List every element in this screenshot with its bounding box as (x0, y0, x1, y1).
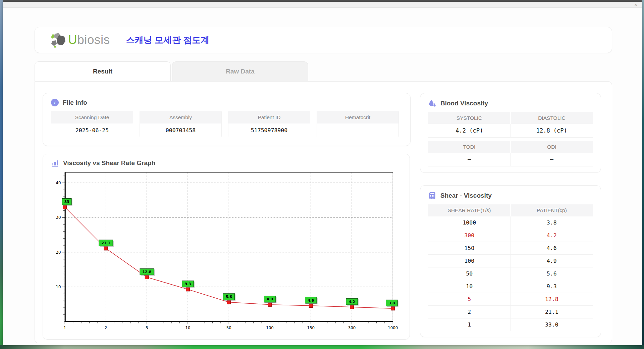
section-title: Viscosity vs Shear Rate Graph (63, 159, 155, 167)
svg-text:20: 20 (56, 250, 61, 255)
right-column: Blood Viscosity SYSTOLIC DIASTOLIC 4.2 (… (420, 93, 601, 343)
bar-chart-icon (51, 159, 59, 167)
field-label: Scanning Date (51, 111, 133, 123)
svg-text:33: 33 (64, 200, 69, 204)
shear-rate-cell: 150 (428, 242, 511, 254)
svg-text:12.8: 12.8 (142, 270, 151, 274)
blood-viscosity-title-row: Blood Viscosity (428, 99, 593, 107)
field-value (317, 123, 398, 137)
table-row: 4.2 (cP) 12.8 (cP) (428, 124, 593, 138)
shear-viscosity-table: SHEAR RATE(1/s) PATIENT(cp) 10003.83004.… (428, 204, 593, 331)
patient-cell: 4.6 (511, 242, 593, 254)
svg-text:9.3: 9.3 (184, 282, 191, 286)
section-title: File Info (63, 99, 87, 106)
window-content: Ubiosis 스캐닝 모세관 점도계 Result Raw Data i Fi… (3, 27, 642, 349)
field-label: Hematocrit (317, 111, 398, 123)
calculator-icon (428, 192, 436, 200)
table-row: 133.0 (428, 318, 593, 331)
patient-cell: 5.6 (511, 267, 593, 280)
page-title: 스캐닝 모세관 점도계 (126, 34, 209, 46)
file-info-title-row: i File Info (51, 99, 410, 106)
svg-text:1: 1 (64, 326, 66, 330)
tab-raw-data[interactable]: Raw Data (172, 61, 308, 81)
droplets-icon (428, 99, 436, 107)
shear-rate-cell: 10 (428, 280, 511, 293)
field-value: 51750978900 (228, 123, 310, 137)
svg-text:100: 100 (266, 326, 274, 330)
shear-table-body: 10003.83004.21504.61004.9505.6109.3512.8… (428, 216, 593, 331)
patient-cell: 33.0 (511, 318, 593, 331)
graph-card: Viscosity vs Shear Rate Graph 1020304012… (43, 154, 410, 340)
table-row: 10003.8 (428, 216, 593, 229)
table-header-row: SHEAR RATE(1/s) PATIENT(cp) (428, 204, 593, 216)
tab-result[interactable]: Result (35, 61, 171, 81)
result-panel: i File Info Scanning Date 2025-06-25 Ass… (35, 81, 612, 343)
svg-text:50: 50 (226, 326, 231, 330)
field-label: Assembly (140, 111, 221, 123)
column-header: SHEAR RATE(1/s) (428, 204, 511, 216)
shear-rate-cell: 1 (428, 318, 511, 331)
table-row: 1004.9 (428, 255, 593, 267)
table-row: 3004.2 (428, 229, 593, 242)
header-card: Ubiosis 스캐닝 모세관 점도계 (35, 27, 612, 53)
blood-viscosity-card: Blood Viscosity SYSTOLIC DIASTOLIC 4.2 (… (420, 93, 601, 173)
tab-bar: Result Raw Data (35, 61, 642, 81)
column-header: TODI (428, 141, 511, 153)
desktop-background: × Ubiosis 스캐닝 모세관 점도계 (0, 0, 644, 349)
shear-viscosity-title-row: Shear - Viscosity (428, 192, 593, 200)
svg-text:30: 30 (56, 215, 61, 220)
systolic-value: 4.2 (cP) (428, 124, 511, 138)
logo-text: Ubiosis (68, 33, 110, 47)
svg-text:300: 300 (348, 326, 356, 330)
patient-cell: 21.1 (511, 306, 593, 318)
svg-text:1000: 1000 (388, 326, 398, 330)
field-value: 000703458 (140, 123, 221, 137)
app-window: × Ubiosis 스캐닝 모세관 점도계 (3, 2, 642, 345)
close-icon[interactable]: × (634, 2, 637, 7)
shear-rate-cell: 300 (428, 229, 511, 242)
column-header: ODI (511, 141, 593, 153)
ubiosis-logo: Ubiosis (50, 32, 110, 48)
table-row: 1504.6 (428, 242, 593, 255)
svg-text:4.9: 4.9 (267, 297, 273, 301)
field-scanning-date: Scanning Date 2025-06-25 (51, 111, 133, 137)
patient-cell: 9.3 (511, 280, 593, 293)
table-row: 505.6 (428, 267, 593, 280)
svg-text:4.6: 4.6 (308, 298, 314, 303)
svg-text:4.2: 4.2 (348, 300, 355, 304)
table-header-row: TODI ODI (428, 141, 593, 153)
column-header: SYSTOLIC (428, 112, 511, 124)
shear-rate-cell: 100 (428, 255, 511, 267)
blood-viscosity-table: SYSTOLIC DIASTOLIC 4.2 (cP) 12.8 (cP) TO… (428, 112, 593, 166)
chart-axes: 1020304012510501001503001000 (56, 172, 398, 330)
field-value: 2025-06-25 (51, 123, 133, 137)
svg-text:5.6: 5.6 (226, 295, 232, 299)
table-row: – – (428, 153, 593, 166)
patient-cell: 4.2 (511, 229, 593, 242)
viscosity-chart: 10203040125105010015030010003321.112.89.… (46, 168, 402, 332)
wallpaper-right-edge (642, 0, 644, 349)
svg-text:3.8: 3.8 (388, 301, 395, 305)
file-info-fields: Scanning Date 2025-06-25 Assembly 000703… (51, 111, 410, 137)
patient-cell: 12.8 (511, 293, 593, 305)
svg-text:21.1: 21.1 (101, 241, 110, 245)
chart-point-labels: 3321.112.89.35.64.94.64.23.8 (62, 199, 398, 307)
graph-title-row: Viscosity vs Shear Rate Graph (46, 159, 407, 167)
field-label: Patient ID (228, 111, 310, 123)
odi-value: – (511, 153, 593, 166)
shear-rate-cell: 5 (428, 293, 511, 305)
svg-text:2: 2 (105, 326, 107, 330)
logo-mark-icon (50, 32, 66, 48)
left-column: i File Info Scanning Date 2025-06-25 Ass… (43, 93, 411, 343)
table-row: 109.3 (428, 280, 593, 293)
column-header: PATIENT(cp) (511, 204, 593, 216)
field-assembly: Assembly 000703458 (140, 111, 222, 137)
divider (428, 138, 593, 141)
shear-rate-cell: 50 (428, 267, 511, 280)
diastolic-value: 12.8 (cP) (511, 124, 593, 138)
field-patient-id: Patient ID 51750978900 (228, 111, 310, 137)
shear-rate-cell: 1000 (428, 216, 511, 229)
todi-value: – (428, 153, 511, 166)
table-header-row: SYSTOLIC DIASTOLIC (428, 112, 593, 124)
info-icon: i (51, 99, 59, 106)
